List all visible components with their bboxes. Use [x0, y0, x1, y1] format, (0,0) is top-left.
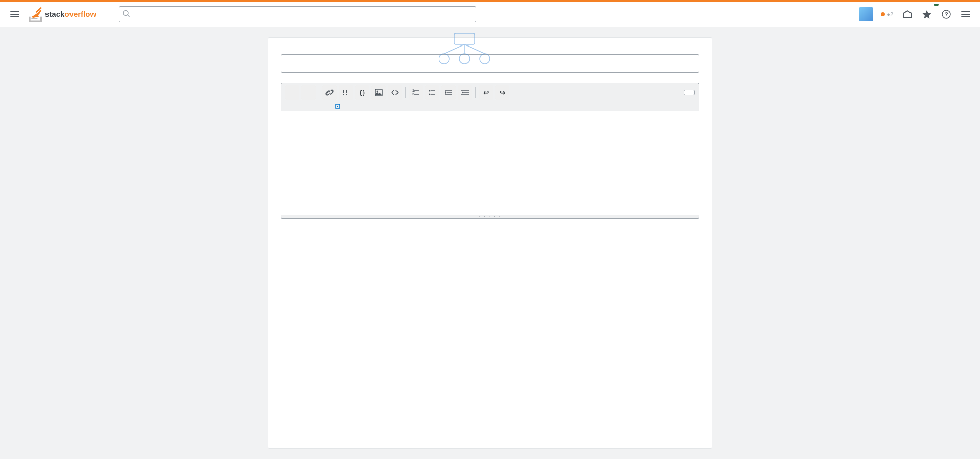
editor-tabs — [281, 102, 699, 111]
tab-links[interactable] — [285, 105, 289, 107]
question-form: {} 1. — [268, 37, 712, 449]
svg-marker-5 — [923, 10, 931, 19]
svg-rect-1 — [10, 14, 19, 15]
redo-button[interactable]: ↪ — [495, 85, 509, 100]
top-accent-bar — [0, 0, 980, 2]
tab-styling[interactable] — [297, 105, 301, 107]
avatar[interactable] — [859, 7, 873, 21]
hide-tips-button[interactable] — [684, 90, 695, 95]
page-wrapper: {} 1. — [0, 27, 980, 459]
site-logo[interactable]: stackoverflow — [28, 6, 96, 22]
unordered-list-button[interactable] — [425, 85, 439, 100]
svg-rect-8 — [961, 11, 970, 12]
svg-marker-37 — [462, 91, 463, 94]
editor-toolbar: {} 1. — [281, 83, 699, 102]
achievement-badge — [934, 4, 939, 6]
tab-tables[interactable] — [328, 105, 332, 107]
search-bar — [119, 6, 476, 22]
svg-marker-21 — [395, 90, 399, 95]
rep-dot2: ●2 — [886, 11, 893, 17]
dedent-button[interactable] — [458, 85, 472, 100]
more-menu-button[interactable] — [958, 6, 974, 22]
hamburger-menu-button[interactable] — [6, 8, 24, 21]
rep-dot — [881, 12, 885, 16]
tab-blockquotes[interactable] — [310, 105, 314, 107]
nav-right-section: ●2 ? — [859, 6, 974, 22]
svg-rect-10 — [961, 16, 970, 17]
logo-text: stackoverflow — [45, 10, 96, 18]
help-button[interactable]: ? — [938, 6, 954, 22]
inbox-button[interactable] — [899, 6, 916, 22]
toolbar-sep-3 — [475, 87, 476, 98]
body-section: {} 1. — [281, 83, 699, 219]
bold-button[interactable] — [285, 85, 299, 100]
undo-button[interactable]: ↩ — [479, 85, 493, 100]
search-input[interactable] — [119, 6, 476, 22]
editor-resize-handle[interactable]: · · · · · — [281, 215, 699, 219]
reputation-count[interactable]: ●2 — [876, 9, 896, 19]
snippet-button[interactable] — [388, 85, 402, 100]
blockquote-button[interactable] — [339, 85, 353, 100]
navbar: stackoverflow ●2 — [0, 2, 980, 27]
title-section — [281, 54, 699, 73]
toolbar-sep-2 — [405, 87, 406, 98]
title-input[interactable] — [281, 54, 699, 73]
products-menu[interactable] — [102, 11, 110, 17]
tab-images[interactable] — [291, 105, 295, 107]
toolbar-sep-1 — [319, 87, 319, 98]
achievements-button[interactable] — [919, 6, 935, 22]
image-button[interactable] — [371, 85, 386, 100]
search-icon — [123, 10, 130, 18]
svg-point-28 — [429, 94, 431, 95]
svg-rect-2 — [10, 16, 19, 17]
svg-marker-33 — [445, 91, 447, 94]
svg-point-26 — [429, 90, 431, 92]
svg-rect-9 — [961, 14, 970, 15]
ordered-list-button[interactable]: 1. 2. — [409, 85, 423, 100]
link-button[interactable] — [322, 85, 337, 100]
code-button[interactable]: {} — [355, 85, 369, 100]
svg-rect-0 — [10, 11, 19, 12]
tab-html[interactable] — [322, 105, 326, 107]
svg-text:?: ? — [945, 11, 948, 17]
italic-button[interactable] — [301, 85, 316, 100]
body-editor[interactable] — [281, 111, 699, 213]
indent-button[interactable] — [441, 85, 456, 100]
tab-lists[interactable] — [304, 105, 308, 107]
resize-dots: · · · · · — [479, 214, 501, 219]
tab-more[interactable] — [334, 104, 340, 109]
svg-line-4 — [128, 15, 129, 16]
tab-code[interactable] — [316, 105, 320, 107]
svg-marker-20 — [391, 90, 394, 95]
